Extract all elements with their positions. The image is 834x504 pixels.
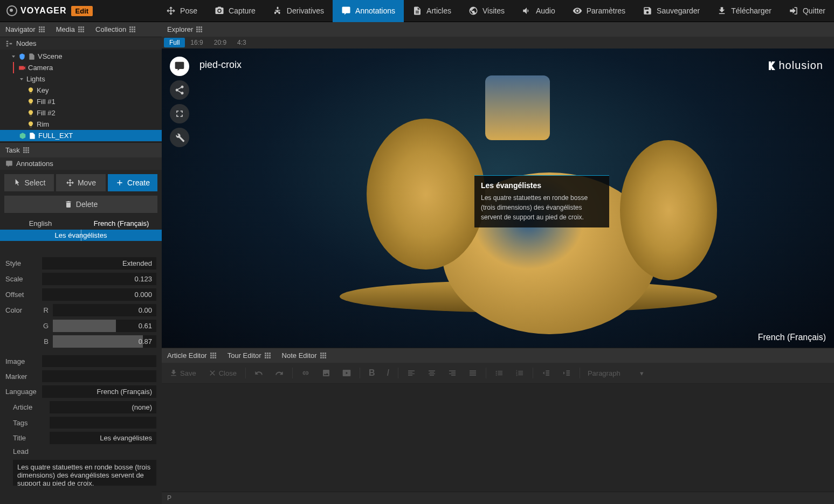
- editor-bold[interactable]: B: [363, 365, 381, 381]
- tree-key-light[interactable]: Key: [0, 85, 162, 96]
- editor-redo[interactable]: [270, 365, 289, 381]
- editor-ol[interactable]: [510, 365, 529, 381]
- vp-settings-tool[interactable]: [170, 128, 189, 147]
- language-value[interactable]: French (Français): [42, 385, 156, 398]
- voyager-logo-icon: [6, 5, 17, 16]
- aspect-43[interactable]: 4:3: [232, 38, 252, 47]
- create-button[interactable]: Create: [108, 174, 157, 191]
- editor-ul[interactable]: [490, 365, 509, 381]
- pose-button[interactable]: Pose: [157, 0, 206, 22]
- vp-annotation-tool[interactable]: [170, 57, 189, 76]
- article-editor-tab[interactable]: Article Editor: [162, 348, 222, 363]
- editor-image[interactable]: [316, 365, 336, 381]
- editor-outdent[interactable]: [536, 365, 556, 381]
- editor-paragraph-select[interactable]: Paragraph: [583, 367, 648, 379]
- lead-textarea[interactable]: [13, 460, 156, 486]
- articles-button[interactable]: Articles: [404, 0, 460, 22]
- english-tab[interactable]: English: [0, 217, 81, 230]
- visites-button[interactable]: Visites: [460, 0, 513, 22]
- scale-slider[interactable]: 0.123: [42, 273, 156, 285]
- vp-fullscreen-tool[interactable]: [170, 104, 189, 123]
- vp-share-tool[interactable]: [170, 80, 189, 100]
- editor-align-left[interactable]: [402, 365, 421, 381]
- navigator-tab[interactable]: Navigator: [0, 22, 51, 37]
- download-icon: [717, 6, 727, 16]
- select-button[interactable]: Select: [4, 174, 54, 191]
- caret-down-icon: [19, 77, 24, 82]
- language-label: Language: [5, 388, 38, 396]
- delete-button[interactable]: Delete: [4, 196, 157, 213]
- viewport-lang[interactable]: French (Français): [758, 333, 826, 342]
- french-tab[interactable]: French (Français): [81, 217, 162, 230]
- editor-content-area[interactable]: [162, 384, 834, 492]
- share-icon: [174, 85, 185, 95]
- offset-label: Offset: [5, 291, 38, 299]
- sauvegarder-button[interactable]: Sauvegarder: [634, 0, 708, 22]
- color-r-slider[interactable]: 0.00: [53, 304, 156, 316]
- annotation-list-item[interactable]: Les évangélistes: [0, 230, 162, 241]
- tags-value[interactable]: [50, 417, 156, 429]
- list-ol-icon: [515, 369, 524, 377]
- style-value[interactable]: Extended: [42, 257, 156, 270]
- image-value[interactable]: [42, 355, 156, 367]
- telecharger-button[interactable]: Télécharger: [708, 0, 780, 22]
- aspect-full[interactable]: Full: [164, 38, 185, 47]
- capture-button[interactable]: Capture: [206, 0, 264, 22]
- video-icon: [342, 369, 351, 377]
- tree-fill1-light[interactable]: Fill #1: [0, 96, 162, 107]
- plus-icon: [115, 178, 124, 187]
- annotation-overlay[interactable]: Les évangélistes Les quatre statuettes e…: [474, 175, 609, 227]
- 3d-viewport[interactable]: pied-croix holusion French (Français) Le…: [162, 49, 834, 348]
- edit-mode-badge: Edit: [71, 6, 93, 16]
- tree-rim-light[interactable]: Rim: [0, 119, 162, 130]
- title-value[interactable]: Les évangélistes: [50, 432, 156, 444]
- editor-align-justify[interactable]: [463, 365, 483, 381]
- tags-label: Tags: [13, 419, 45, 427]
- collection-tab[interactable]: Collection: [90, 22, 141, 37]
- light-icon: [27, 121, 35, 128]
- explorer-tab[interactable]: Explorer: [162, 22, 208, 37]
- editor-align-right[interactable]: [443, 365, 462, 381]
- title-label: Title: [13, 434, 45, 442]
- tree-vscene[interactable]: VScene: [0, 51, 162, 62]
- editor-undo[interactable]: [249, 365, 268, 381]
- tree-fill2-light[interactable]: Fill #2: [0, 107, 162, 119]
- editor-save[interactable]: Save: [164, 365, 202, 381]
- image-icon: [322, 369, 330, 377]
- grid-icon: [265, 353, 271, 359]
- tree-lights[interactable]: Lights: [0, 73, 162, 85]
- quitter-button[interactable]: Quitter: [780, 0, 834, 22]
- aspect-209[interactable]: 20:9: [209, 38, 232, 47]
- camera-icon: [215, 6, 224, 16]
- annotations-button[interactable]: Annotations: [333, 0, 404, 22]
- grid-icon: [129, 26, 136, 33]
- editor-close[interactable]: Close: [203, 365, 242, 381]
- parametres-button[interactable]: Paramètres: [564, 0, 634, 22]
- tree-camera[interactable]: Camera: [13, 62, 162, 73]
- nodes-header[interactable]: Nodes: [0, 37, 162, 50]
- mesh-icon: [19, 132, 26, 140]
- tree-full-ext[interactable]: FULL_EXT: [0, 130, 162, 141]
- derivatives-button[interactable]: Derivatives: [264, 0, 333, 22]
- grid-icon: [39, 26, 45, 33]
- move-button[interactable]: Move: [56, 174, 106, 191]
- grid-icon: [210, 353, 217, 359]
- aspect-169[interactable]: 16:9: [185, 38, 208, 47]
- pointer-icon: [13, 178, 22, 187]
- offset-slider[interactable]: 0.000: [42, 288, 156, 301]
- editor-align-center[interactable]: [422, 365, 442, 381]
- scene-icon: [18, 53, 26, 60]
- tour-editor-tab[interactable]: Tour Editor: [222, 348, 277, 363]
- color-g-slider[interactable]: 0.61: [53, 320, 156, 332]
- media-tab[interactable]: Media: [51, 22, 90, 37]
- editor-link[interactable]: [296, 365, 315, 381]
- audio-button[interactable]: Audio: [513, 0, 564, 22]
- article-value[interactable]: (none): [50, 401, 156, 413]
- exit-icon: [789, 6, 798, 16]
- editor-video[interactable]: [337, 365, 356, 381]
- editor-indent[interactable]: [557, 365, 576, 381]
- color-b-slider[interactable]: 0.87: [53, 335, 156, 348]
- note-editor-tab[interactable]: Note Editor: [277, 348, 332, 363]
- editor-italic[interactable]: I: [381, 365, 394, 381]
- marker-value[interactable]: [42, 370, 156, 382]
